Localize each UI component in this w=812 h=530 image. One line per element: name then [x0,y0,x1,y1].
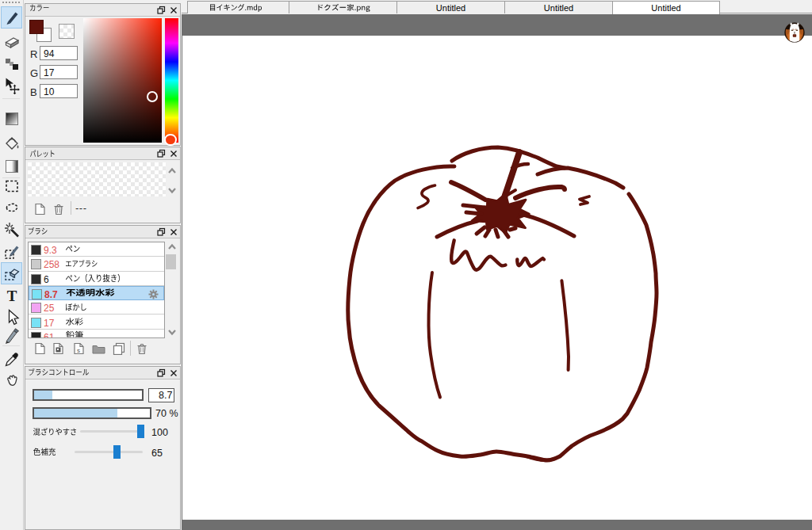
svg-text:T: T [6,288,17,304]
svg-text:s: s [77,347,80,354]
